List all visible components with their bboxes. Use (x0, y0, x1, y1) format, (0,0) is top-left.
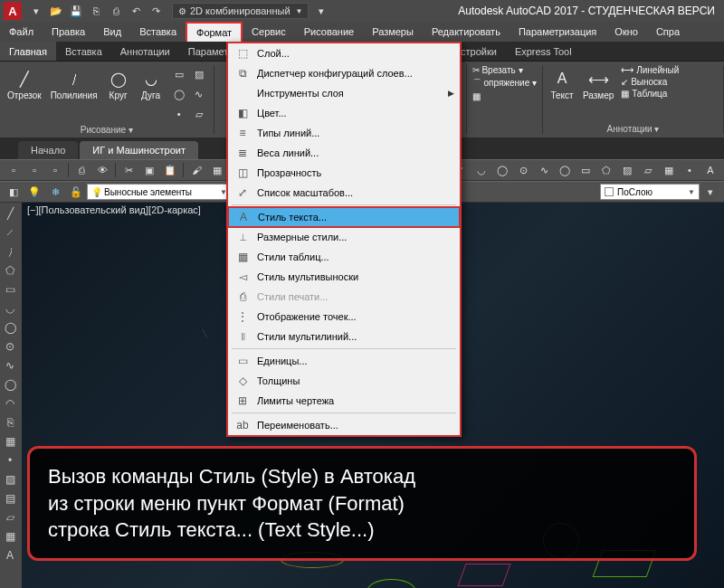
tool-polyline[interactable]: ⳆПолилиния (49, 65, 100, 102)
format-menu-item-15[interactable]: ⫴Стили мультилиний... (228, 327, 460, 346)
modify-item-3[interactable]: ▦ (472, 91, 481, 101)
doc-tab-1[interactable]: ИГ и Машиностроит (80, 141, 198, 159)
pal-rev-icon[interactable]: ⊙ (0, 337, 20, 356)
tb-freeze-icon[interactable]: ❄ (45, 183, 65, 201)
tb-reg-icon[interactable]: ▱ (638, 161, 658, 179)
panel-title-draw[interactable]: Рисование ▾ (5, 123, 208, 135)
pal-ellarc-icon[interactable]: ◠ (0, 394, 20, 413)
tb-txt-icon[interactable]: A (700, 161, 720, 179)
tool-dimension[interactable]: ⟷Размер (581, 65, 615, 102)
format-menu-item-5[interactable]: ≣Веса линий... (228, 143, 460, 163)
pal-arc-icon[interactable]: ◡ (0, 299, 20, 318)
tool-line[interactable]: ╱Отрезок (5, 65, 43, 102)
open-icon[interactable]: 📂 (47, 2, 65, 20)
tb-spl-icon[interactable]: ∿ (534, 161, 554, 179)
menu-item-правка[interactable]: Правка (43, 22, 94, 42)
menu-item-окно[interactable]: Окно (605, 22, 647, 42)
pal-grad-icon[interactable]: ▤ (0, 489, 20, 507)
pal-hatch-icon[interactable]: ▨ (0, 470, 20, 488)
pal-txt-icon[interactable]: A (0, 546, 20, 564)
pal-reg-icon[interactable]: ▱ (0, 508, 20, 526)
tb-ell-icon[interactable]: ◯ (555, 161, 575, 179)
doc-tab-0[interactable]: Начало (18, 141, 78, 159)
tool-circle[interactable]: ◯Круг (105, 65, 132, 102)
format-menu-item-9[interactable]: AСтиль текста... (227, 206, 461, 228)
format-menu-item-4[interactable]: ≡Типы линий... (228, 123, 460, 143)
tb-plot-icon[interactable]: ⎙ (71, 161, 91, 179)
modify-item-2[interactable]: ⌒ опряжение ▾ (472, 77, 537, 90)
pal-circ-icon[interactable]: ◯ (0, 318, 20, 337)
format-menu-item-3[interactable]: ◧Цвет... (228, 103, 460, 123)
format-menu-item-6[interactable]: ◫Прозрачность (228, 163, 460, 183)
menu-item-спра[interactable]: Спра (647, 22, 689, 42)
ann-linear[interactable]: ⟷ Линейный (621, 65, 679, 75)
pal-pt-icon[interactable]: • (0, 451, 20, 469)
qat-more-icon[interactable]: ▾ (312, 2, 330, 20)
format-menu-item-10[interactable]: ⟂Размерные стили... (228, 227, 460, 247)
app-logo[interactable]: A (4, 2, 22, 20)
tb-match-icon[interactable]: 🖌 (186, 161, 206, 179)
tb-save-icon[interactable]: ▫ (45, 161, 65, 179)
ribbon-tab-8[interactable]: Express Tool (506, 42, 581, 61)
ellipse-icon[interactable]: ◯ (170, 85, 188, 103)
region-icon[interactable]: ▱ (190, 105, 208, 123)
point-icon[interactable]: • (170, 105, 188, 123)
format-menu-item-7[interactable]: ⤢Список масштабов... (228, 183, 460, 203)
tb-cut-icon[interactable]: ✂ (119, 161, 138, 179)
ribbon-tab-0[interactable]: Главная (0, 42, 56, 61)
tb-paste-icon[interactable]: 📋 (160, 161, 180, 179)
pal-rect-icon[interactable]: ▭ (0, 280, 20, 299)
tb-rect2-icon[interactable]: ▭ (576, 161, 595, 179)
tb-hatch2-icon[interactable]: ▨ (617, 161, 637, 179)
format-menu-item-12[interactable]: ◅Стиль мультивыноски (228, 267, 460, 287)
format-menu-item-2[interactable]: Инструменты слоя▶ (228, 83, 460, 103)
ribbon-tab-2[interactable]: Аннотации (111, 42, 179, 61)
pal-poly-icon[interactable]: ⬠ (0, 261, 20, 280)
format-menu-item-11[interactable]: ▦Стили таблиц... (228, 247, 460, 267)
ribbon-tab-1[interactable]: Вставка (56, 42, 111, 61)
undo-icon[interactable]: ↶ (127, 2, 145, 20)
tb-rev-icon[interactable]: ⊙ (513, 161, 533, 179)
format-menu-item-19[interactable]: ⊞Лимиты чертежа (228, 391, 460, 411)
hatch-icon[interactable]: ▨ (190, 65, 208, 83)
pal-ins-icon[interactable]: ⎘ (0, 413, 20, 432)
format-menu-item-21[interactable]: abПереименовать... (228, 415, 460, 435)
save-icon[interactable]: 💾 (67, 2, 85, 20)
pal-ell-icon[interactable]: ◯ (0, 375, 20, 394)
plot-icon[interactable]: ⎙ (107, 2, 125, 20)
format-menu-item-18[interactable]: ◇Толщины (228, 371, 460, 391)
menu-item-формат[interactable]: Формат (186, 22, 243, 42)
modify-item-1[interactable]: ✂ Врезать ▾ (472, 65, 523, 75)
tb-copy-icon[interactable]: ▣ (139, 161, 159, 179)
tb-open-icon[interactable]: ▫ (24, 161, 44, 179)
tb-preview-icon[interactable]: 👁 (92, 161, 112, 179)
tb-tbl-icon[interactable]: ▦ (659, 161, 679, 179)
tb-bulb-icon[interactable]: 💡 (24, 183, 44, 201)
tb-lock-icon[interactable]: 🔓 (66, 183, 86, 201)
menu-item-редактировать[interactable]: Редактировать (423, 22, 510, 42)
menu-item-рисование[interactable]: Рисование (295, 22, 363, 42)
tb-circ2-icon[interactable]: ◯ (492, 161, 512, 179)
ann-leader[interactable]: ↙ Выноска (621, 77, 679, 87)
pal-blk-icon[interactable]: ▦ (0, 432, 20, 450)
color-dropdown[interactable]: ПоСлою ▼ (600, 184, 700, 200)
tb-morecolor-icon[interactable]: ▾ (700, 183, 720, 201)
format-menu-item-1[interactable]: ⧉Диспетчер конфигураций слоев... (228, 63, 460, 83)
pal-pline-icon[interactable]: Ⳇ (0, 242, 20, 261)
ann-table[interactable]: ▦ Таблица (621, 89, 679, 99)
menu-item-размеры[interactable]: Размеры (363, 22, 423, 42)
new-icon[interactable]: ▾ (27, 2, 45, 20)
tb-layer-icon[interactable]: ◧ (4, 183, 24, 201)
pal-xline-icon[interactable]: ⟋ (0, 223, 20, 242)
redo-icon[interactable]: ↷ (147, 2, 165, 20)
menu-item-вставка[interactable]: Вставка (130, 22, 186, 42)
workspace-dropdown[interactable]: ⚙ 2D комбинированный ▼ (172, 3, 309, 19)
menu-item-сервис[interactable]: Сервис (243, 22, 295, 42)
format-menu-item-0[interactable]: ⬚Слой... (228, 43, 460, 63)
menu-item-файл[interactable]: Файл (0, 22, 43, 42)
saveas-icon[interactable]: ⎘ (87, 2, 105, 20)
tb-arc2-icon[interactable]: ◡ (472, 161, 491, 179)
format-menu-item-14[interactable]: ⋮Отображение точек... (228, 307, 460, 327)
rect-icon[interactable]: ▭ (170, 65, 188, 83)
pal-line-icon[interactable]: ╱ (0, 204, 20, 223)
